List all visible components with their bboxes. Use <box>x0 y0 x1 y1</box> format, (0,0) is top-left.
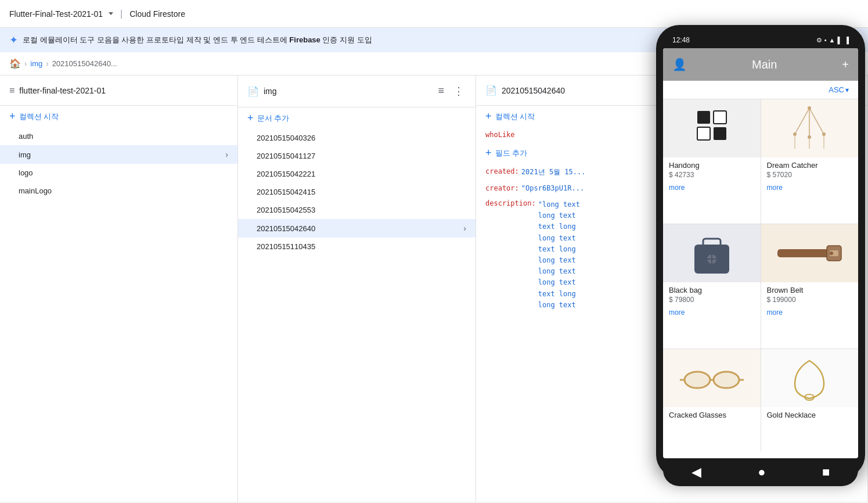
home-icon[interactable]: 🏠 <box>9 58 21 69</box>
product-image-crackedglasses <box>663 349 761 407</box>
product-more-brownbelt[interactable]: more <box>761 308 859 320</box>
field-key-desc: description: <box>485 199 536 311</box>
product-price-blackbag: $ 79800 <box>669 296 755 304</box>
product-price-brownbelt: $ 199000 <box>767 296 853 304</box>
product-name-dreamcatcher: Dream Catcher <box>767 161 853 170</box>
panel2-actions: ≡ ⋮ <box>435 82 466 100</box>
more-vert-icon[interactable]: ⋮ <box>451 82 466 100</box>
product-name-brownbelt: Brown Belt <box>767 286 853 294</box>
panel-documents: 📄 img ≡ ⋮ + 문서 추가 20210515040326 2021051… <box>238 76 476 502</box>
doc-item-7[interactable]: 20210515110435 <box>238 238 476 256</box>
product-image-brownbelt <box>761 224 859 282</box>
product-card-crackedglasses[interactable]: Cracked Glasses <box>663 349 761 451</box>
sort-arrow-icon: ▾ <box>845 86 849 94</box>
doc-item-3[interactable]: 20210515042221 <box>238 165 476 183</box>
plus-icon: + <box>9 110 16 123</box>
phone-status-icons: ⚙ • ▲ ▌ ▐ <box>816 37 849 44</box>
product-card-dreamcatcher[interactable]: Dream Catcher $ 57020 more <box>761 99 859 224</box>
product-price-handong: $ 42733 <box>669 171 755 179</box>
add-collection-btn[interactable]: + 컬렉션 시작 <box>0 106 237 127</box>
sidebar-item-img[interactable]: img › <box>0 145 237 164</box>
sort-label[interactable]: ASC <box>829 85 844 94</box>
home-button[interactable]: ● <box>753 460 770 484</box>
product-more-handong[interactable]: more <box>663 184 761 195</box>
svg-line-4 <box>795 108 809 134</box>
sort-bar: ASC ▾ <box>663 81 858 99</box>
product-name-crackedglasses: Cracked Glasses <box>669 411 755 419</box>
svg-line-6 <box>809 108 824 134</box>
product-card-brownbelt[interactable]: Brown Belt $ 199000 more <box>761 224 859 348</box>
product-price-dreamcatcher: $ 57020 <box>767 171 853 179</box>
phone-mockup: 12:48 ⚙ • ▲ ▌ ▐ 👤 Main + ASC ▾ <box>653 0 868 503</box>
breadcrumb-sep-1: › <box>24 59 27 68</box>
product-name: Cloud Firestore <box>129 9 185 19</box>
phone-status-bar: 12:48 ⚙ • ▲ ▌ ▐ <box>663 32 858 48</box>
product-more-blackbag[interactable]: more <box>663 308 761 320</box>
phone-bottom-bar: ◀ ● ■ <box>663 458 858 486</box>
svg-rect-3 <box>714 127 726 140</box>
add-document-btn[interactable]: + 문서 추가 <box>238 107 476 129</box>
recent-button[interactable]: ■ <box>817 460 834 484</box>
banner-text: 로컬 에뮬레이터 도구 모음을 사용한 프로토타입 제작 및 엔드 투 엔드 테… <box>23 35 372 45</box>
project-selector[interactable]: Flutter-Final-Test-2021-01 <box>9 9 113 19</box>
chevron-right-icon-2: › <box>463 224 466 233</box>
panel2-header: 📄 img ≡ ⋮ <box>238 76 476 107</box>
field-key-creator: creator: <box>485 184 519 192</box>
breadcrumb-sep-2: › <box>46 59 48 68</box>
filter-icon[interactable]: ≡ <box>435 82 446 100</box>
doc-item-2[interactable]: 20210515041127 <box>238 147 476 165</box>
product-card-handong[interactable]: Handong $ 42733 more <box>663 99 761 224</box>
separator: | <box>120 9 123 19</box>
signal-icon: ▌ <box>837 37 842 44</box>
collection-icon: ≡ <box>9 85 15 96</box>
sparkle-icon: ✦ <box>9 34 18 46</box>
document-icon: 📄 <box>247 86 259 97</box>
doc-item-4[interactable]: 20210515042415 <box>238 183 476 201</box>
project-dropdown-arrow <box>109 12 113 15</box>
sidebar-item-auth[interactable]: auth <box>0 127 237 145</box>
product-name-handong: Handong <box>669 161 755 170</box>
svg-rect-1 <box>714 111 726 124</box>
back-button[interactable]: ◀ <box>687 460 706 484</box>
product-grid: Handong $ 42733 more <box>663 99 858 451</box>
panel1-title: flutter-final-test-2021-01 <box>19 86 228 95</box>
add-icon[interactable]: + <box>842 58 849 71</box>
add-field-label: 필드 추가 <box>495 148 528 159</box>
app-title: Main <box>687 58 842 71</box>
svg-point-29 <box>714 372 739 388</box>
profile-icon[interactable]: 👤 <box>672 58 687 71</box>
project-name: Flutter-Final-Test-2021-01 <box>9 9 103 19</box>
panel-collections: ≡ flutter-final-test-2021-01 + 컬렉션 시작 au… <box>0 76 238 502</box>
img-label: img <box>19 150 31 159</box>
plus-icon-2: + <box>247 112 254 124</box>
product-info-crackedglasses: Cracked Glasses <box>663 407 761 423</box>
svg-point-7 <box>808 106 811 110</box>
product-card-blackbag[interactable]: Black bag $ 79800 more <box>663 224 761 348</box>
product-info-blackbag: Black bag $ 79800 <box>663 282 761 308</box>
product-info-goldnecklace: Gold Necklace <box>761 407 859 423</box>
breadcrumb-img[interactable]: img <box>30 59 42 68</box>
field-value-desc: "long textlong texttext longlong texttex… <box>538 199 580 311</box>
field-key-created: created: <box>485 167 519 177</box>
product-more-dreamcatcher[interactable]: more <box>761 184 859 195</box>
logo-label: logo <box>19 168 33 177</box>
product-info-brownbelt: Brown Belt $ 199000 <box>761 282 859 308</box>
doc-item-5[interactable]: 20210515042553 <box>238 201 476 219</box>
doc-item-1[interactable]: 20210515040326 <box>238 129 476 147</box>
product-image-handong <box>663 99 761 157</box>
phone-outer: 12:48 ⚙ • ▲ ▌ ▐ 👤 Main + ASC ▾ <box>656 25 865 478</box>
product-image-goldnecklace <box>761 349 859 407</box>
add-document-label: 문서 추가 <box>257 113 290 124</box>
doc-item-6[interactable]: 20210515042640 › <box>238 219 476 238</box>
panel1-list: auth img › logo mainLogo <box>0 127 237 502</box>
auth-label: auth <box>19 132 33 141</box>
app-bar: 👤 Main + <box>663 48 858 81</box>
panel2-list: 20210515040326 20210515041127 2021051504… <box>238 129 476 502</box>
sidebar-item-logo[interactable]: logo <box>0 164 237 182</box>
sidebar-item-mainlogo[interactable]: mainLogo <box>0 182 237 200</box>
svg-rect-19 <box>777 249 830 257</box>
product-card-goldnecklace[interactable]: Gold Necklace <box>761 349 859 451</box>
svg-rect-0 <box>697 111 710 124</box>
svg-point-28 <box>685 372 710 388</box>
phone-screen: 👤 Main + ASC ▾ <box>663 48 858 458</box>
